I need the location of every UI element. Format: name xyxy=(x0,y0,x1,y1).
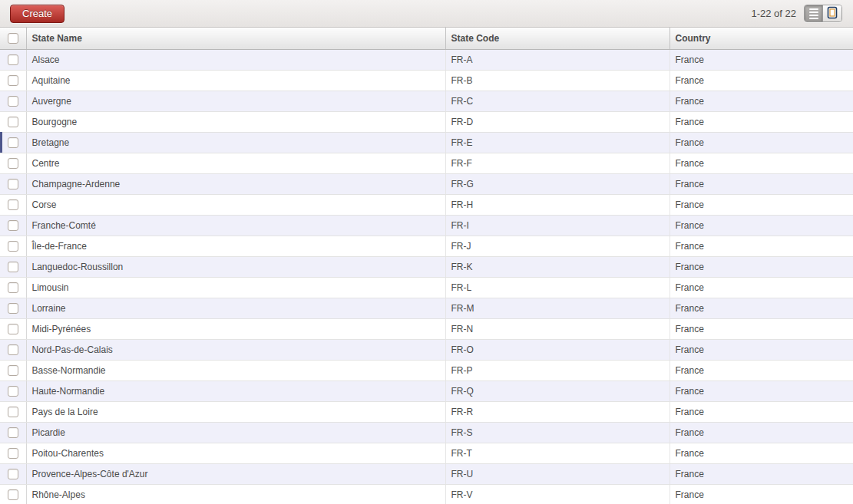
column-header-state-code[interactable]: State Code xyxy=(445,28,670,49)
row-checkbox[interactable] xyxy=(8,137,18,148)
cell-country[interactable]: France xyxy=(670,380,853,401)
table-row[interactable]: LorraineFR-MFrance xyxy=(0,298,853,318)
cell-state-code[interactable]: FR-A xyxy=(445,49,670,70)
cell-country[interactable]: France xyxy=(670,360,853,380)
cell-country[interactable]: France xyxy=(670,215,853,236)
cell-country[interactable]: France xyxy=(670,173,853,194)
table-row[interactable]: AlsaceFR-AFrance xyxy=(0,49,853,70)
cell-state-name[interactable]: Aquitaine xyxy=(26,70,445,91)
cell-country[interactable]: France xyxy=(670,49,853,70)
cell-state-name[interactable]: Haute-Normandie xyxy=(26,380,445,401)
cell-state-name[interactable]: Rhône-Alpes xyxy=(26,484,445,504)
cell-state-code[interactable]: FR-H xyxy=(445,194,670,215)
cell-state-name[interactable]: Bourgogne xyxy=(26,111,445,132)
cell-state-code[interactable]: FR-L xyxy=(445,277,670,298)
cell-country[interactable]: France xyxy=(670,298,853,318)
table-row[interactable]: Provence-Alpes-Côte d'AzurFR-UFrance xyxy=(0,463,853,484)
form-view-button[interactable] xyxy=(823,5,841,21)
cell-state-name[interactable]: Lorraine xyxy=(26,298,445,318)
table-row[interactable]: Poitou-CharentesFR-TFrance xyxy=(0,443,853,463)
cell-country[interactable]: France xyxy=(670,256,853,277)
list-view-button[interactable] xyxy=(805,5,823,21)
cell-state-code[interactable]: FR-G xyxy=(445,173,670,194)
row-checkbox[interactable] xyxy=(8,199,18,210)
table-row[interactable]: CentreFR-FFrance xyxy=(0,153,853,173)
cell-country[interactable]: France xyxy=(670,443,853,463)
cell-state-name[interactable]: Champagne-Ardenne xyxy=(26,173,445,194)
cell-state-name[interactable]: Île-de-France xyxy=(26,236,445,256)
table-row[interactable]: Haute-NormandieFR-QFrance xyxy=(0,380,853,401)
cell-state-code[interactable]: FR-V xyxy=(445,484,670,504)
cell-state-code[interactable]: FR-N xyxy=(445,318,670,339)
cell-country[interactable]: France xyxy=(670,132,853,153)
cell-state-name[interactable]: Corse xyxy=(26,194,445,215)
table-row[interactable]: AquitaineFR-BFrance xyxy=(0,70,853,91)
cell-state-code[interactable]: FR-C xyxy=(445,91,670,111)
cell-state-code[interactable]: FR-E xyxy=(445,132,670,153)
cell-state-code[interactable]: FR-O xyxy=(445,339,670,360)
row-checkbox[interactable] xyxy=(8,344,18,355)
table-row[interactable]: Rhône-AlpesFR-VFrance xyxy=(0,484,853,504)
column-header-country[interactable]: Country xyxy=(670,28,853,49)
table-row[interactable]: Franche-ComtéFR-IFrance xyxy=(0,215,853,236)
table-row[interactable]: Basse-NormandieFR-PFrance xyxy=(0,360,853,380)
row-checkbox[interactable] xyxy=(8,54,18,65)
cell-state-code[interactable]: FR-J xyxy=(445,236,670,256)
cell-country[interactable]: France xyxy=(670,422,853,443)
cell-state-code[interactable]: FR-Q xyxy=(445,380,670,401)
cell-state-name[interactable]: Centre xyxy=(26,153,445,173)
cell-state-name[interactable]: Bretagne xyxy=(26,132,445,153)
row-checkbox[interactable] xyxy=(8,179,18,189)
cell-state-name[interactable]: Languedoc-Roussillon xyxy=(26,256,445,277)
cell-state-code[interactable]: FR-B xyxy=(445,70,670,91)
cell-state-code[interactable]: FR-F xyxy=(445,153,670,173)
cell-country[interactable]: France xyxy=(670,318,853,339)
row-checkbox[interactable] xyxy=(8,158,18,169)
table-row[interactable]: CorseFR-HFrance xyxy=(0,194,853,215)
cell-state-code[interactable]: FR-S xyxy=(445,422,670,443)
row-checkbox[interactable] xyxy=(8,469,18,479)
table-row[interactable]: LimousinFR-LFrance xyxy=(0,277,853,298)
table-row[interactable]: Île-de-FranceFR-JFrance xyxy=(0,236,853,256)
row-checkbox[interactable] xyxy=(8,262,18,272)
row-checkbox[interactable] xyxy=(8,386,18,397)
table-row[interactable]: BretagneFR-EFrance xyxy=(0,132,853,153)
row-checkbox[interactable] xyxy=(8,241,18,252)
cell-country[interactable]: France xyxy=(670,277,853,298)
column-header-state-name[interactable]: State Name xyxy=(26,28,445,49)
cell-country[interactable]: France xyxy=(670,484,853,504)
row-checkbox[interactable] xyxy=(8,489,18,500)
row-checkbox[interactable] xyxy=(8,324,18,334)
row-checkbox[interactable] xyxy=(8,117,18,127)
row-checkbox[interactable] xyxy=(8,303,18,314)
create-button[interactable]: Create xyxy=(10,5,64,23)
table-row[interactable]: PicardieFR-SFrance xyxy=(0,422,853,443)
cell-country[interactable]: France xyxy=(670,111,853,132)
cell-state-code[interactable]: FR-K xyxy=(445,256,670,277)
table-row[interactable]: AuvergneFR-CFrance xyxy=(0,91,853,111)
table-row[interactable]: BourgogneFR-DFrance xyxy=(0,111,853,132)
cell-country[interactable]: France xyxy=(670,153,853,173)
cell-country[interactable]: France xyxy=(670,463,853,484)
cell-country[interactable]: France xyxy=(670,91,853,111)
cell-state-code[interactable]: FR-P xyxy=(445,360,670,380)
cell-state-name[interactable]: Franche-Comté xyxy=(26,215,445,236)
cell-country[interactable]: France xyxy=(670,70,853,91)
cell-country[interactable]: France xyxy=(670,401,853,422)
row-checkbox[interactable] xyxy=(8,75,18,86)
cell-state-name[interactable]: Auvergne xyxy=(26,91,445,111)
cell-country[interactable]: France xyxy=(670,236,853,256)
cell-state-name[interactable]: Provence-Alpes-Côte d'Azur xyxy=(26,463,445,484)
cell-state-code[interactable]: FR-M xyxy=(445,298,670,318)
table-row[interactable]: Champagne-ArdenneFR-GFrance xyxy=(0,173,853,194)
select-all-checkbox[interactable] xyxy=(8,33,18,44)
row-checkbox[interactable] xyxy=(8,448,18,459)
cell-state-name[interactable]: Limousin xyxy=(26,277,445,298)
table-row[interactable]: Pays de la LoireFR-RFrance xyxy=(0,401,853,422)
row-checkbox[interactable] xyxy=(8,407,18,417)
cell-state-code[interactable]: FR-R xyxy=(445,401,670,422)
row-checkbox[interactable] xyxy=(8,96,18,107)
row-checkbox[interactable] xyxy=(8,365,18,376)
table-row[interactable]: Midi-PyrénéesFR-NFrance xyxy=(0,318,853,339)
table-row[interactable]: Languedoc-RoussillonFR-KFrance xyxy=(0,256,853,277)
